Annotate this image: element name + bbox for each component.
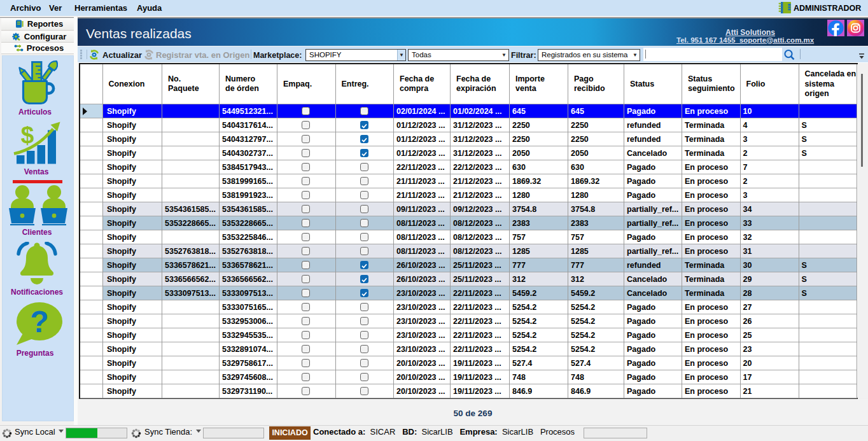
svg-text:?: ? — [30, 305, 48, 339]
svg-text:$: $ — [21, 122, 34, 148]
